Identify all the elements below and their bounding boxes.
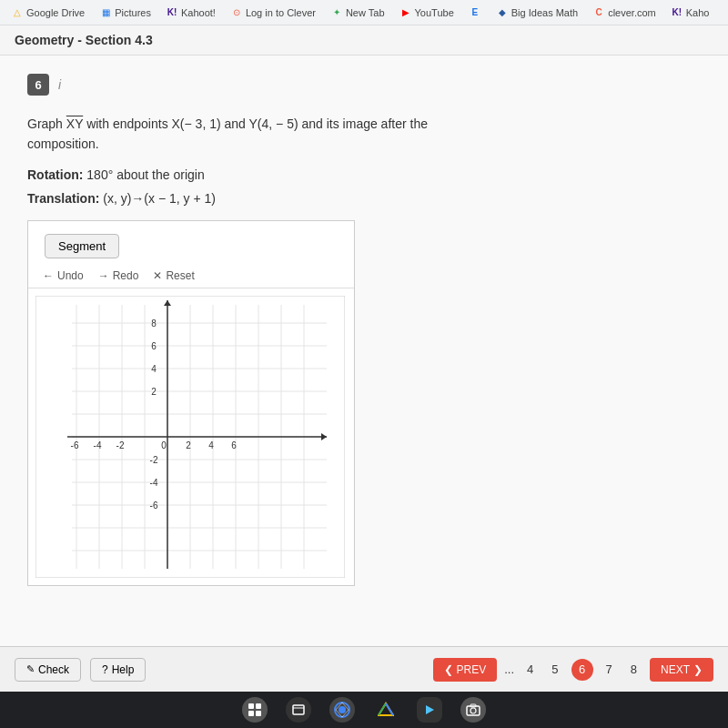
bookmark-label: Pictures	[115, 7, 151, 18]
pictures-icon: ▦	[99, 6, 112, 19]
bookmark-label: Kaho	[686, 7, 710, 18]
prev-chevron-icon: ❮	[444, 663, 453, 676]
bookmark-clever-login[interactable]: ⊙ Log in to Clever	[227, 5, 319, 21]
svg-point-54	[470, 708, 476, 713]
reset-button[interactable]: ✕ Reset	[153, 269, 194, 282]
taskbar-grid-icon[interactable]	[242, 697, 268, 723]
page-4[interactable]: 4	[521, 659, 539, 680]
question-number-row: 6 i	[27, 74, 701, 96]
redo-button[interactable]: → Redo	[98, 269, 139, 282]
graph-tool: Segment ← Undo → Redo ✕ Reset	[27, 220, 355, 586]
bookmark-label: Google Drive	[26, 7, 85, 18]
taskbar-camera-icon[interactable]	[460, 697, 486, 723]
svg-text:8: 8	[151, 318, 157, 329]
taskbar-play-icon[interactable]	[417, 697, 442, 723]
svg-text:-4: -4	[94, 440, 102, 450]
bookmark-new-tab[interactable]: ✦ New Tab	[327, 5, 389, 21]
bookmark-e[interactable]: E	[465, 5, 485, 21]
help-button[interactable]: ? Help	[90, 658, 146, 682]
page-7[interactable]: 7	[601, 659, 618, 680]
bookmark-big-ideas[interactable]: ◆ Big Ideas Math	[492, 5, 581, 21]
undo-label: Undo	[57, 269, 84, 282]
svg-text:-6: -6	[150, 500, 158, 511]
bookmark-label: YouTube	[415, 7, 454, 18]
translation-value: (x, y)→(x − 1, y + 1)	[103, 191, 216, 206]
help-icon: ?	[102, 663, 108, 676]
rotation-label: Rotation:	[27, 167, 83, 182]
e-icon: E	[469, 6, 481, 19]
svg-rect-44	[256, 711, 261, 716]
svg-text:-4: -4	[150, 478, 158, 488]
svg-rect-43	[248, 711, 254, 716]
footer-left: ✎ Check ? Help	[15, 658, 146, 682]
check-icon: ✎	[26, 663, 35, 675]
rotation-text: Rotation: 180° about the origin	[27, 167, 701, 182]
segment-button[interactable]: Segment	[45, 234, 119, 258]
kahoot-icon: K!	[166, 6, 178, 19]
check-label: Check	[38, 663, 69, 676]
svg-line-51	[386, 703, 393, 715]
svg-text:6: 6	[151, 341, 157, 351]
page-dots: ...	[504, 662, 514, 676]
taskbar-drive-icon[interactable]	[373, 697, 399, 723]
pagination: ❮ PREV ... 4 5 6 7 8 NEXT ❯	[433, 658, 713, 682]
svg-rect-41	[248, 703, 254, 709]
question-container: 6 i Graph XY with endpoints X(− 3, 1) an…	[0, 56, 728, 693]
google-drive-icon: △	[11, 6, 24, 19]
bookmark-label: Kahoot!	[181, 7, 216, 18]
svg-text:-6: -6	[71, 440, 79, 450]
graph-area[interactable]: -6 -4 -2 0 2 4 6 8 6 4 2 -2 -4	[28, 288, 354, 585]
svg-text:4: 4	[208, 440, 214, 450]
coordinate-graph[interactable]: -6 -4 -2 0 2 4 6 8 6 4 2 -2 -4	[35, 296, 345, 578]
page-8[interactable]: 8	[625, 659, 642, 680]
svg-line-50	[379, 703, 386, 715]
redo-arrow-icon: →	[98, 269, 109, 282]
svg-text:4: 4	[151, 364, 157, 374]
redo-label: Redo	[113, 269, 139, 282]
svg-rect-45	[293, 705, 304, 714]
next-chevron-icon: ❯	[693, 663, 703, 676]
taskbar-window-icon[interactable]	[286, 697, 311, 723]
next-button[interactable]: NEXT ❯	[650, 658, 713, 682]
new-tab-icon: ✦	[330, 6, 343, 19]
prev-button[interactable]: ❮ PREV	[433, 658, 498, 682]
bookmark-kaho[interactable]: K! Kaho	[667, 5, 713, 21]
taskbar-chrome-icon[interactable]	[329, 697, 355, 723]
bookmark-clever-com[interactable]: C clever.com	[589, 5, 660, 21]
graph-toolbar: ← Undo → Redo ✕ Reset	[28, 266, 354, 288]
svg-marker-49	[379, 703, 393, 715]
page-6-current[interactable]: 6	[571, 659, 593, 681]
undo-button[interactable]: ← Undo	[43, 269, 84, 282]
segment-name: XY	[66, 116, 83, 131]
bookmark-label: New Tab	[346, 7, 385, 18]
svg-point-48	[339, 706, 346, 713]
next-label: NEXT	[661, 663, 690, 676]
svg-text:-2: -2	[116, 440, 125, 450]
bookmark-pictures[interactable]: ▦ Pictures	[96, 5, 155, 21]
svg-text:2: 2	[151, 387, 157, 397]
page-5[interactable]: 5	[546, 659, 563, 680]
bookmark-label: Big Ideas Math	[511, 7, 578, 18]
clever-login-icon: ⊙	[230, 6, 243, 19]
reset-label: Reset	[166, 269, 194, 282]
svg-text:6: 6	[231, 440, 237, 450]
bookmark-youtube[interactable]: ▶ YouTube	[396, 5, 458, 21]
svg-rect-42	[256, 703, 261, 709]
rotation-value: 180° about the origin	[86, 167, 204, 182]
check-button[interactable]: ✎ Check	[15, 658, 81, 682]
page-header: Geometry - Section 4.3	[0, 25, 728, 56]
svg-marker-52	[426, 705, 434, 714]
bookmark-label: clever.com	[608, 7, 656, 18]
kaho-icon: K!	[671, 6, 683, 19]
reset-x-icon: ✕	[153, 269, 162, 282]
translation-label: Translation:	[27, 191, 99, 206]
bookmark-label: Log in to Clever	[246, 7, 316, 18]
footer-bar: ✎ Check ? Help ❮ PREV ... 4 5 6 7 8 NEXT…	[0, 646, 728, 692]
page-title: Geometry - Section 4.3	[15, 33, 153, 47]
bookmark-google-drive[interactable]: △ Google Drive	[7, 5, 88, 21]
youtube-icon: ▶	[399, 6, 412, 19]
bookmark-kahoot[interactable]: K! Kahoot!	[162, 5, 219, 21]
prev-label: PREV	[457, 663, 487, 676]
question-text: Graph XY with endpoints X(− 3, 1) and Y(…	[27, 114, 482, 155]
info-icon: i	[58, 77, 61, 92]
